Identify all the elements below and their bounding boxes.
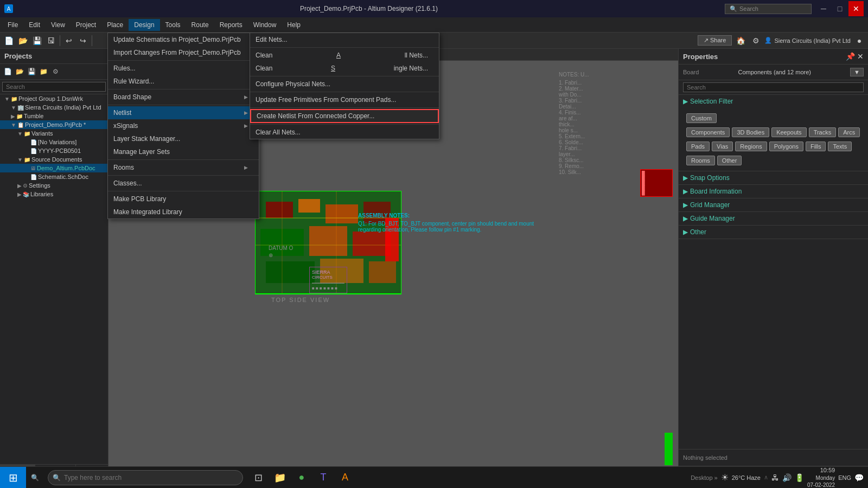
close-button[interactable]: ✕: [848, 1, 864, 16]
filter-btn-polygons[interactable]: Polygons: [769, 142, 803, 151]
tb-open[interactable]: 📂: [16, 34, 29, 47]
panel-new-btn[interactable]: 📄: [2, 66, 13, 77]
tb-share[interactable]: ↗ Share: [698, 35, 732, 46]
tb-new[interactable]: 📄: [2, 34, 15, 47]
filter-btn-tracks[interactable]: Tracks: [809, 127, 837, 137]
task-view-btn[interactable]: ⊡: [248, 468, 268, 487]
tree-item-group[interactable]: ▼ 📁 Project Group 1.DsnWrk: [0, 94, 108, 103]
taskbar-icon-altium[interactable]: A: [335, 468, 355, 487]
tree-item-project[interactable]: ▼ 📋 Project_Demo.PrjPcb *: [0, 120, 108, 129]
taskbar-desktop[interactable]: Desktop »: [691, 474, 718, 481]
board-info-header[interactable]: ▶Board Information: [679, 185, 868, 198]
filter-btn-arcs[interactable]: Arcs: [838, 127, 860, 137]
menu-reports[interactable]: Reports: [214, 19, 248, 31]
menu-clean-all-nets[interactable]: Clean All Nets...: [250, 49, 439, 62]
tree-item-schdoc[interactable]: 📄 Schematic.SchDoc: [0, 172, 108, 181]
filter-btn-pads[interactable]: Pads: [686, 142, 710, 151]
menu-edit-nets[interactable]: Edit Nets...: [250, 33, 439, 46]
menu-view[interactable]: View: [46, 19, 71, 31]
tree-item-pcb0501[interactable]: 📄 YYYY-PCB0501: [0, 146, 108, 155]
menu-place[interactable]: Place: [101, 19, 129, 31]
menu-clear-all-nets[interactable]: Clear All Nets...: [250, 126, 439, 139]
tree-item-source-docs[interactable]: ▼ 📁 Source Documents: [0, 155, 108, 164]
panel-folder-btn[interactable]: 📁: [38, 66, 49, 77]
menu-file[interactable]: File: [2, 19, 23, 31]
taskbar-search-input[interactable]: [64, 474, 238, 481]
panel-search-input[interactable]: [2, 82, 106, 92]
titlebar-search[interactable]: 🔍 Search: [725, 4, 812, 14]
menu-make-pcb-library[interactable]: Make PCB Library: [108, 192, 259, 206]
menu-configure-physical-nets[interactable]: Configure Physical Nets...: [250, 78, 439, 91]
start-button[interactable]: ⊞: [0, 467, 26, 489]
selection-filter-header[interactable]: ▶ Selection Filter: [679, 95, 868, 108]
filter-btn-3dbodies[interactable]: 3D Bodies: [732, 127, 769, 137]
menu-manage-layer-sets[interactable]: Manage Layer Sets: [108, 145, 259, 158]
tree-item-variants[interactable]: ▼ 📁 Variants: [0, 129, 108, 138]
panel-settings-btn[interactable]: ⚙: [50, 66, 61, 77]
menu-rule-wizard[interactable]: Rule Wizard...: [108, 75, 259, 88]
menu-board-shape[interactable]: Board Shape: [108, 91, 259, 104]
tb-save-all[interactable]: 🖫: [44, 34, 58, 47]
tree-item-sierra[interactable]: ▼ 🏢 Sierra Circuits (India) Pvt Ltd: [0, 103, 108, 112]
tb-save[interactable]: 💾: [30, 34, 43, 47]
filter-btn-texts[interactable]: Texts: [828, 142, 852, 151]
menu-netlist[interactable]: Netlist: [108, 106, 259, 119]
menu-classes[interactable]: Classes...: [108, 177, 259, 190]
tree-item-settings[interactable]: ▶ ⚙ Settings: [0, 181, 108, 190]
filter-btn-rooms[interactable]: Rooms: [686, 156, 715, 165]
filter-btn-regions[interactable]: Regions: [735, 142, 767, 151]
menu-make-integrated-library[interactable]: Make Integrated Library: [108, 206, 259, 219]
tree-item-tumble[interactable]: ▶ 📁 Tumble: [0, 112, 108, 120]
right-close-btn[interactable]: ✕: [857, 52, 864, 61]
menu-tools[interactable]: Tools: [160, 19, 186, 31]
tb-account[interactable]: ●: [853, 34, 866, 47]
other-section-header[interactable]: ▶Other: [679, 226, 868, 239]
filter-btn-custom[interactable]: Custom: [686, 113, 717, 123]
filter-btn-components[interactable]: Components: [686, 127, 730, 137]
menu-update-schematics[interactable]: Update Schematics in Project_Demo.PrjPcb: [108, 33, 259, 46]
tree-item-libraries[interactable]: ▶ 📚 Libraries: [0, 190, 108, 198]
tb-settings[interactable]: ⚙: [749, 34, 762, 47]
taskbar-search[interactable]: 🔍: [48, 470, 243, 485]
filter-btn-keepouts[interactable]: Keepouts: [771, 127, 806, 137]
filter-icon-btn[interactable]: ▼: [850, 68, 864, 76]
taskbar-icon-chrome[interactable]: ●: [292, 468, 311, 487]
filter-btn-other[interactable]: Other: [717, 156, 742, 165]
grid-manager-header[interactable]: ▶Grid Manager: [679, 198, 868, 211]
menu-edit[interactable]: Edit: [23, 19, 46, 31]
right-pin-btn[interactable]: 📌: [846, 52, 855, 61]
menu-clean-single-nets[interactable]: Clean Single Nets...: [250, 62, 439, 75]
svg-rect-8: [266, 261, 315, 283]
task-search-btn[interactable]: 🔍: [26, 467, 43, 489]
tb-redo[interactable]: ↪: [76, 34, 90, 47]
menu-design[interactable]: Design: [129, 19, 159, 31]
snap-options-header[interactable]: ▶Snap Options: [679, 171, 868, 184]
taskbar-icon-explorer[interactable]: 📁: [270, 468, 290, 487]
tb-undo[interactable]: ↩: [62, 34, 75, 47]
menu-import-changes[interactable]: Import Changes From Project_Demo.PrjPcb: [108, 46, 259, 59]
menu-create-netlist[interactable]: Create Netlist From Connected Copper...: [250, 109, 439, 123]
panel-save-btn[interactable]: 💾: [26, 66, 37, 77]
guide-manager-header[interactable]: ▶Guide Manager: [679, 212, 868, 225]
tree-item-pcbdoc[interactable]: 🖥 Demo_Altium.PcbDoc: [0, 164, 108, 172]
menu-route[interactable]: Route: [186, 19, 214, 31]
filter-row-1: Components 3D Bodies Keepouts Tracks Arc…: [683, 125, 864, 139]
menu-layer-stack[interactable]: Layer Stack Manager...: [108, 132, 259, 145]
tb-home[interactable]: 🏠: [734, 34, 747, 47]
filter-btn-fills[interactable]: Fills: [806, 142, 826, 151]
tree-item-no-variations[interactable]: 📄 [No Variations]: [0, 138, 108, 146]
filter-btn-vias[interactable]: Vias: [712, 142, 733, 151]
menu-xsignals[interactable]: xSignals: [108, 119, 259, 132]
minimize-button[interactable]: ─: [816, 1, 831, 16]
menu-rules[interactable]: Rules...: [108, 62, 259, 75]
right-search-input[interactable]: [683, 82, 864, 92]
nsep-1: [250, 47, 439, 48]
menu-help[interactable]: Help: [282, 19, 306, 31]
menu-project[interactable]: Project: [71, 19, 101, 31]
taskbar-icon-teams[interactable]: T: [314, 468, 333, 487]
panel-open-btn[interactable]: 📂: [14, 66, 25, 77]
maximize-button[interactable]: □: [832, 1, 847, 16]
menu-update-free-primitives[interactable]: Update Free Primitives From Component Pa…: [250, 93, 439, 106]
menu-window[interactable]: Window: [248, 19, 282, 31]
menu-rooms[interactable]: Rooms: [108, 161, 259, 174]
